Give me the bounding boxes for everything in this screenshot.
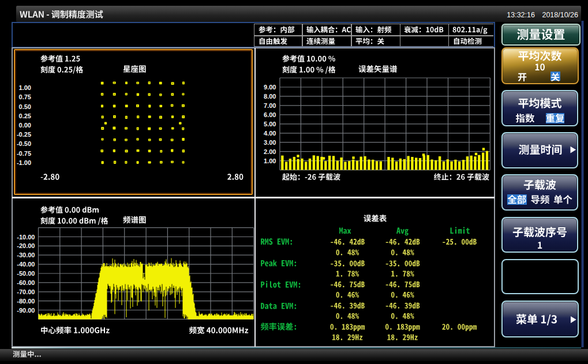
- svg-text:6.00: 6.00: [264, 111, 276, 118]
- svg-text:5.00: 5.00: [264, 121, 276, 127]
- svg-text:-70.00: -70.00: [17, 288, 35, 295]
- svg-text:-0.50: -0.50: [17, 140, 31, 147]
- svg-text:-0.25: -0.25: [17, 131, 31, 138]
- svg-text:2.00: 2.00: [264, 148, 276, 155]
- svg-text:-90.00: -90.00: [17, 307, 35, 314]
- svg-text:-1.00: -1.00: [17, 159, 31, 166]
- svg-text:0.25: 0.25: [19, 112, 31, 119]
- svg-text:3.00: 3.00: [264, 139, 276, 146]
- svg-text:-10.00: -10.00: [17, 234, 35, 241]
- svg-text:-60.00: -60.00: [17, 279, 35, 286]
- svg-text:7.00: 7.00: [264, 102, 276, 109]
- svg-text:-30.00: -30.00: [17, 252, 35, 258]
- svg-text:-50.00: -50.00: [17, 270, 35, 277]
- svg-text:4.00: 4.00: [264, 130, 276, 137]
- svg-text:8.00: 8.00: [264, 93, 276, 100]
- svg-text:1.00: 1.00: [19, 84, 31, 91]
- svg-text:0.75: 0.75: [19, 93, 31, 100]
- svg-text:0.00: 0.00: [19, 122, 31, 129]
- svg-text:-80.00: -80.00: [17, 298, 35, 305]
- svg-text:9.00: 9.00: [264, 84, 276, 91]
- svg-text:-20.00: -20.00: [17, 242, 35, 249]
- svg-text:1.00: 1.00: [264, 157, 276, 164]
- svg-text:-0.75: -0.75: [17, 150, 31, 157]
- svg-text:0.50: 0.50: [19, 103, 31, 110]
- svg-text:-40.00: -40.00: [17, 261, 35, 268]
